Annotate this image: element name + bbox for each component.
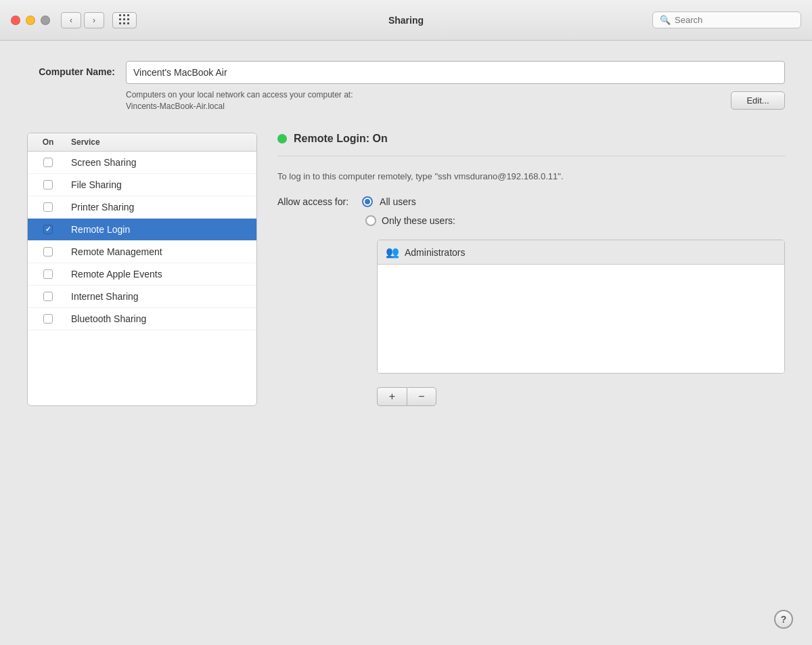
services-panel: On Service Screen Sharing File Sharing [27,133,257,407]
header-service: Service [68,137,256,147]
remote-login-label: Remote Login [68,224,256,235]
users-list-header: 👥 Administrators [378,240,784,265]
access-label-row: Allow access for: All users [277,196,785,207]
computer-name-input[interactable] [126,61,785,84]
radio-only-these-row: Only these users: [365,215,785,226]
service-row-remote-login[interactable]: Remote Login [28,219,256,241]
main-section: On Service Screen Sharing File Sharing [27,133,785,407]
status-row: Remote Login: On [277,133,785,156]
bluetooth-sharing-checkbox[interactable] [43,314,53,324]
computer-name-section: Computer Name: Computers on your local n… [27,61,785,112]
screen-sharing-label: Screen Sharing [68,157,256,168]
checkbox-wrap [28,180,68,190]
maximize-button[interactable] [41,16,50,25]
internet-sharing-label: Internet Sharing [68,291,256,302]
computer-name-description: Computers on your local network can acce… [126,89,353,112]
remote-management-checkbox[interactable] [43,247,53,257]
service-row-bluetooth-sharing[interactable]: Bluetooth Sharing [28,308,256,330]
service-row-printer-sharing[interactable]: Printer Sharing [28,196,256,219]
radio-only-these-users[interactable] [365,215,376,226]
printer-sharing-label: Printer Sharing [68,202,256,213]
radio-all-users-label: All users [380,196,416,207]
forward-button[interactable]: › [84,12,104,28]
checkbox-wrap [28,202,68,212]
service-row-internet-sharing[interactable]: Internet Sharing [28,286,256,308]
close-button[interactable] [11,16,20,25]
printer-sharing-checkbox[interactable] [43,202,53,212]
group-icon: 👥 [386,246,399,259]
internet-sharing-checkbox[interactable] [43,292,53,301]
list-buttons: + − [377,387,785,406]
traffic-lights [11,16,50,25]
administrators-label: Administrators [405,247,465,258]
access-section: Allow access for: All users Only these u… [277,196,785,226]
service-row-screen-sharing[interactable]: Screen Sharing [28,152,256,174]
search-icon: 🔍 [660,15,671,25]
bluetooth-sharing-label: Bluetooth Sharing [68,313,256,324]
help-button[interactable]: ? [774,610,793,629]
remove-user-button[interactable]: − [407,387,436,406]
status-title: Remote Login: On [294,133,388,145]
checkbox-wrap [28,225,68,234]
grid-view-button[interactable] [112,12,137,28]
radio-only-these-label: Only these users: [382,215,455,226]
search-input[interactable] [675,15,794,25]
file-sharing-label: File Sharing [68,179,256,190]
checkbox-wrap [28,269,68,279]
allow-access-label: Allow access for: [277,196,348,207]
remote-apple-events-checkbox[interactable] [43,269,53,279]
titlebar: ‹ › Sharing 🔍 [0,0,812,41]
users-list-container: 👥 Administrators [377,240,785,374]
remote-login-checkbox[interactable] [43,225,53,234]
computer-name-desc-row: Computers on your local network can acce… [126,89,785,112]
header-on: On [28,137,68,147]
checkbox-wrap [28,292,68,301]
minimize-button[interactable] [26,16,35,25]
computer-name-label: Computer Name: [27,61,115,77]
window-title: Sharing [388,15,424,26]
service-row-remote-apple-events[interactable]: Remote Apple Events [28,263,256,286]
content-area: Computer Name: Computers on your local n… [0,41,812,645]
file-sharing-checkbox[interactable] [43,180,53,190]
remote-management-label: Remote Management [68,246,256,257]
computer-name-right: Computers on your local network can acce… [126,61,785,112]
service-row-file-sharing[interactable]: File Sharing [28,174,256,196]
remote-apple-events-label: Remote Apple Events [68,269,256,280]
back-button[interactable]: ‹ [61,12,81,28]
status-dot-green [277,134,287,143]
checkbox-wrap [28,158,68,167]
screen-sharing-checkbox[interactable] [43,158,53,167]
nav-buttons: ‹ › [61,12,137,28]
services-header: On Service [28,133,256,152]
grid-icon [119,14,131,26]
add-user-button[interactable]: + [377,387,407,406]
service-row-remote-management[interactable]: Remote Management [28,241,256,263]
checkbox-wrap [28,247,68,257]
status-description: To log in to this computer remotely, typ… [277,170,785,183]
checkbox-wrap [28,314,68,324]
right-panel: Remote Login: On To log in to this compu… [277,133,785,407]
users-list-body[interactable] [378,265,784,373]
radio-all-users[interactable] [362,196,373,207]
search-bar[interactable]: 🔍 [652,12,801,28]
edit-button[interactable]: Edit... [731,91,785,110]
